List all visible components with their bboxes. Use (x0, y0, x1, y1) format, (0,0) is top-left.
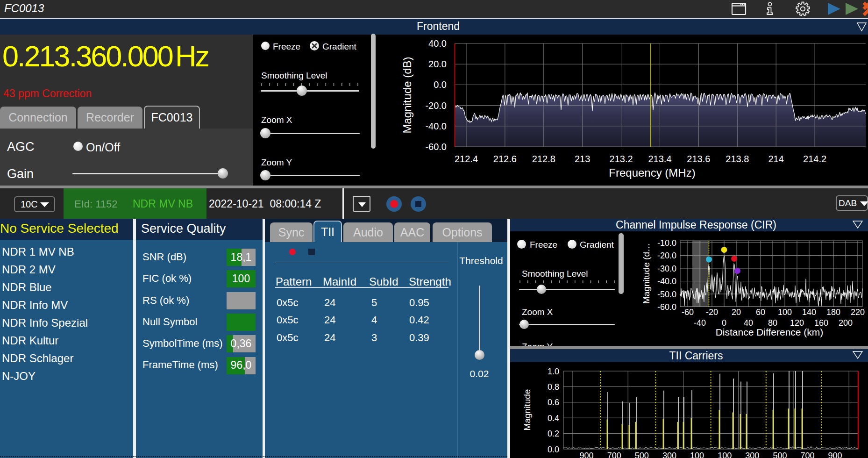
svg-text:0.0: 0.0 (548, 445, 559, 454)
svg-text:20: 20 (732, 308, 741, 317)
svg-text:214.2: 214.2 (803, 154, 826, 164)
svg-text:-40.0: -40.0 (657, 277, 676, 286)
svg-text:60: 60 (756, 308, 765, 317)
svg-text:-20.0: -20.0 (657, 251, 676, 260)
svg-text:1.0: 1.0 (548, 367, 559, 376)
svg-text:213.8: 213.8 (726, 154, 749, 164)
svg-text:900: 900 (580, 451, 594, 458)
svg-text:213: 213 (575, 154, 590, 164)
svg-text:140: 140 (802, 308, 816, 317)
svg-text:Magnitude (d…: Magnitude (d… (641, 243, 651, 304)
svg-text:0: 0 (722, 318, 726, 328)
svg-text:700: 700 (800, 451, 814, 458)
svg-text:212.6: 212.6 (493, 154, 517, 164)
svg-text:-40: -40 (694, 318, 706, 328)
svg-text:Frequency (MHz): Frequency (MHz) (609, 166, 695, 179)
svg-text:0.4: 0.4 (548, 414, 559, 423)
svg-text:500: 500 (635, 451, 649, 458)
svg-text:213.4: 213.4 (648, 154, 671, 164)
svg-text:80: 80 (768, 318, 777, 328)
svg-text:-40.0: -40.0 (425, 121, 447, 131)
svg-text:-60.0: -60.0 (425, 142, 447, 152)
svg-text:100: 100 (690, 451, 704, 458)
svg-text:212.8: 212.8 (532, 154, 555, 164)
svg-text:0.8: 0.8 (548, 382, 559, 392)
svg-text:-10.0: -10.0 (657, 238, 676, 248)
svg-text:-30.0: -30.0 (657, 264, 676, 273)
svg-text:Magnitude (dB): Magnitude (dB) (401, 57, 413, 133)
svg-text:180: 180 (826, 308, 840, 317)
svg-text:40: 40 (744, 318, 753, 328)
svg-text:213.6: 213.6 (687, 154, 710, 164)
svg-text:120: 120 (790, 318, 804, 328)
svg-text:-20.0: -20.0 (425, 100, 447, 111)
svg-text:0.2: 0.2 (548, 429, 559, 438)
svg-text:-20: -20 (706, 308, 718, 317)
svg-text:300: 300 (662, 451, 676, 458)
svg-text:700: 700 (607, 451, 621, 458)
svg-text:300: 300 (745, 451, 759, 458)
svg-text:-60: -60 (682, 308, 694, 317)
svg-text:0.0: 0.0 (434, 79, 447, 90)
svg-text:220: 220 (851, 308, 865, 317)
svg-text:Distance Difference (km): Distance Difference (km) (716, 327, 824, 337)
svg-text:-50.0: -50.0 (657, 290, 676, 299)
svg-text:40.0: 40.0 (428, 38, 447, 49)
svg-text:200: 200 (839, 318, 853, 328)
svg-text:0.6: 0.6 (548, 398, 559, 407)
svg-text:500: 500 (773, 451, 787, 458)
svg-text:Magnitude: Magnitude (522, 389, 532, 431)
svg-text:160: 160 (814, 318, 828, 328)
svg-text:100: 100 (718, 451, 732, 458)
svg-text:214: 214 (768, 154, 784, 164)
svg-text:100: 100 (778, 308, 792, 317)
svg-text:900: 900 (828, 451, 842, 458)
svg-text:-60.0: -60.0 (657, 302, 676, 312)
svg-text:20.0: 20.0 (428, 59, 447, 69)
svg-text:213.2: 213.2 (610, 154, 633, 164)
svg-text:212.4: 212.4 (455, 154, 478, 164)
